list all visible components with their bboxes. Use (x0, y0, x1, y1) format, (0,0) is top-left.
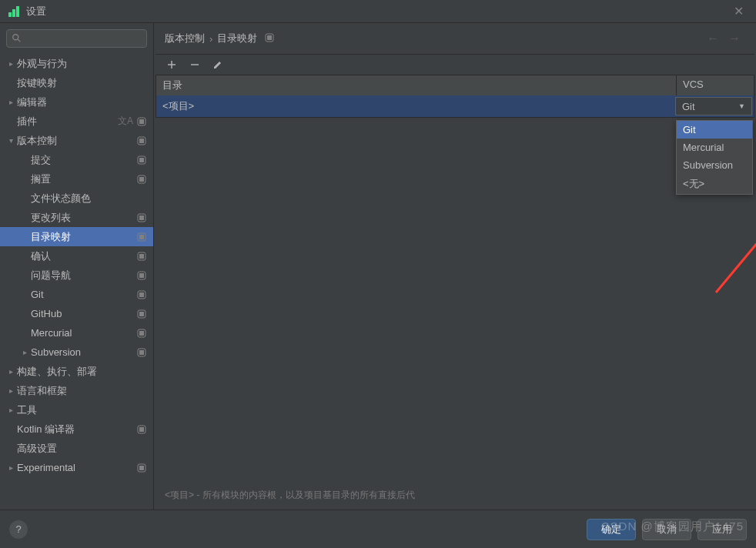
chevron-right-icon: ▸ (5, 59, 17, 68)
add-button[interactable] (163, 56, 180, 73)
help-button[interactable]: ? (9, 520, 28, 539)
cancel-button[interactable]: 取消 (642, 519, 691, 540)
nav-forward-icon[interactable]: → (724, 30, 745, 47)
sidebar-item-21[interactable]: ▸Experimental (0, 458, 153, 477)
breadcrumb-part[interactable]: 版本控制 (165, 32, 205, 45)
sidebar-item-1[interactable]: ▸按键映射 (0, 73, 153, 92)
sidebar-item-label: Experimental (17, 462, 136, 473)
sidebar-item-16[interactable]: ▸构建、执行、部署 (0, 362, 153, 381)
sidebar-item-label: Mercurial (31, 327, 136, 339)
dropdown-option-none[interactable]: <无> (677, 174, 752, 194)
sidebar-item-9[interactable]: ▸目录映射 (0, 227, 153, 246)
sidebar-item-label: 问题导航 (31, 269, 136, 282)
sidebar-item-17[interactable]: ▸语言和框架 (0, 381, 153, 400)
sidebar-item-label: 确认 (31, 249, 136, 263)
svg-rect-26 (139, 331, 144, 336)
sidebar-item-label: 语言和框架 (17, 384, 147, 398)
chevron-right-icon: ▸ (5, 386, 17, 395)
project-badge-icon (136, 289, 147, 300)
sidebar-item-11[interactable]: ▸问题导航 (0, 266, 153, 285)
sidebar-item-label: 版本控制 (17, 134, 136, 148)
project-badge-icon (136, 212, 147, 223)
table-row[interactable]: <项目> Git ▼ (156, 95, 754, 117)
language-icon: 文A (118, 115, 133, 128)
svg-rect-30 (139, 427, 144, 432)
sidebar-item-label: 提交 (31, 153, 136, 167)
remove-button[interactable] (186, 56, 203, 73)
svg-rect-0 (8, 12, 12, 17)
svg-rect-22 (139, 292, 144, 297)
sidebar-item-7[interactable]: ▸文件状态颜色 (0, 189, 153, 208)
project-badge-icon (136, 155, 147, 165)
svg-rect-6 (139, 119, 144, 124)
window-title: 设置 (26, 5, 729, 18)
chevron-down-icon: ▼ (738, 102, 745, 110)
sidebar-item-label: Git (31, 289, 136, 300)
sidebar-item-3[interactable]: ▸插件文A (0, 112, 153, 131)
cell-directory: <项目> (156, 99, 674, 113)
col-header-vcs[interactable]: VCS (677, 75, 754, 95)
sidebar-item-label: GitHub (31, 308, 136, 319)
search-icon (12, 33, 22, 44)
breadcrumb-separator: › (209, 33, 212, 45)
sidebar-item-15[interactable]: ▸Subversion (0, 342, 153, 362)
titlebar: 设置 ✕ (0, 0, 756, 23)
svg-rect-18 (139, 254, 144, 259)
chevron-right-icon: ▸ (5, 406, 17, 414)
sidebar-item-5[interactable]: ▸提交 (0, 150, 153, 169)
sidebar-item-12[interactable]: ▸Git (0, 285, 153, 304)
sidebar-item-label: Subversion (31, 346, 136, 358)
breadcrumb: 版本控制 › 目录映射 ← → (154, 23, 756, 54)
sidebar-item-2[interactable]: ▸编辑器 (0, 92, 153, 112)
ok-button[interactable]: 确定 (587, 519, 636, 540)
sidebar-item-label: 编辑器 (17, 95, 147, 109)
cell-vcs-select[interactable]: Git ▼ (675, 97, 752, 115)
sidebar-item-label: 外观与行为 (17, 57, 147, 71)
project-badge-icon (136, 328, 147, 339)
sidebar-item-10[interactable]: ▸确认 (0, 246, 153, 266)
svg-rect-32 (139, 466, 144, 470)
sidebar-item-label: 文件状态颜色 (31, 192, 147, 206)
close-icon[interactable]: ✕ (729, 2, 748, 20)
project-badge-icon (136, 270, 147, 281)
search-input[interactable] (6, 29, 147, 48)
mappings-table: 目录 VCS <项目> Git ▼ (156, 75, 754, 118)
project-badge-icon (136, 309, 147, 319)
dropdown-option-git[interactable]: Git (677, 121, 752, 139)
svg-point-3 (13, 35, 18, 40)
settings-tree: ▸外观与行为▸按键映射▸编辑器▸插件文A▾版本控制▸提交▸搁置▸文件状态颜色▸更… (0, 54, 153, 510)
sidebar-item-14[interactable]: ▸Mercurial (0, 323, 153, 342)
dialog-footer: ? 确定 取消 应用 (0, 510, 756, 548)
dropdown-option-subversion[interactable]: Subversion (677, 156, 752, 174)
nav-back-icon[interactable]: ← (702, 30, 724, 47)
chevron-right-icon: ▸ (5, 98, 17, 106)
sidebar-item-18[interactable]: ▸工具 (0, 400, 153, 419)
toolbar (156, 54, 754, 75)
svg-line-4 (18, 39, 21, 42)
sidebar-item-19[interactable]: ▸Kotlin 编译器 (0, 419, 153, 439)
project-badge-icon (136, 174, 147, 185)
sidebar-item-label: 按键映射 (17, 76, 147, 90)
settings-sidebar: ▸外观与行为▸按键映射▸编辑器▸插件文A▾版本控制▸提交▸搁置▸文件状态颜色▸更… (0, 23, 154, 510)
sidebar-item-13[interactable]: ▸GitHub (0, 304, 153, 323)
hint-text: <项目> - 所有模块的内容根，以及项目基目录的所有直接后代 (165, 489, 415, 502)
sidebar-item-0[interactable]: ▸外观与行为 (0, 54, 153, 73)
col-header-directory[interactable]: 目录 (156, 75, 677, 95)
sidebar-item-20[interactable]: ▸高级设置 (0, 439, 153, 458)
table-header: 目录 VCS (156, 75, 754, 95)
svg-rect-8 (139, 139, 144, 143)
svg-rect-24 (139, 312, 144, 316)
sidebar-item-6[interactable]: ▸搁置 (0, 169, 153, 189)
dropdown-option-mercurial[interactable]: Mercurial (677, 139, 752, 156)
svg-rect-10 (139, 158, 144, 162)
project-badge-icon (136, 135, 147, 146)
project-badge-icon (136, 232, 147, 242)
sidebar-item-label: 插件 (17, 115, 118, 129)
breadcrumb-part: 目录映射 (217, 32, 257, 45)
sidebar-item-4[interactable]: ▾版本控制 (0, 131, 153, 150)
project-badge-icon (136, 116, 147, 127)
edit-button[interactable] (209, 56, 226, 73)
sidebar-item-label: 搁置 (31, 172, 136, 186)
apply-button[interactable]: 应用 (697, 519, 747, 540)
sidebar-item-8[interactable]: ▸更改列表 (0, 208, 153, 227)
